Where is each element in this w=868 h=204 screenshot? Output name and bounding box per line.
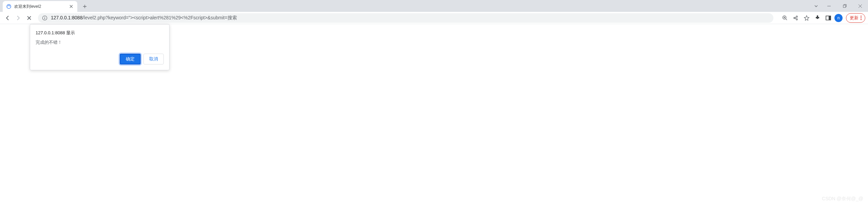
favicon-icon: [6, 4, 12, 9]
share-icon[interactable]: [791, 13, 801, 23]
svg-point-8: [796, 19, 797, 20]
tab-strip: 欢迎来到level2: [0, 0, 868, 12]
tab-search-icon[interactable]: [811, 1, 821, 11]
extensions-icon[interactable]: [813, 13, 822, 23]
javascript-alert-dialog: 127.0.0.1:8088 显示 完成的不错！ 确定 取消: [30, 24, 170, 70]
menu-icon: [861, 16, 862, 20]
new-tab-button[interactable]: [80, 2, 90, 11]
tab-title: 欢迎来到level2: [14, 4, 66, 10]
browser-toolbar: 127.0.0.1:8088/level2.php?keyword="><scr…: [0, 12, 868, 24]
stop-button[interactable]: [24, 13, 34, 23]
profile-avatar[interactable]: n: [834, 14, 843, 22]
side-panel-icon[interactable]: [824, 13, 833, 23]
svg-point-6: [796, 16, 797, 17]
dialog-title: 127.0.0.1:8088 显示: [36, 30, 164, 36]
svg-rect-4: [44, 18, 45, 19]
address-bar[interactable]: 127.0.0.1:8088/level2.php?keyword="><scr…: [38, 13, 773, 23]
svg-rect-1: [843, 5, 846, 7]
close-tab-icon[interactable]: [68, 4, 74, 9]
toolbar-actions: n 更新: [780, 13, 865, 23]
dialog-actions: 确定 取消: [36, 54, 164, 64]
page-content: 127.0.0.1:8088 显示 完成的不错！ 确定 取消: [0, 24, 868, 204]
cancel-button[interactable]: 取消: [143, 54, 164, 64]
close-window-button[interactable]: [852, 1, 868, 11]
bookmark-icon[interactable]: [802, 13, 811, 23]
url-text: 127.0.0.1:8088/level2.php?keyword="><scr…: [51, 15, 237, 21]
back-button[interactable]: [3, 13, 12, 23]
svg-point-3: [44, 17, 45, 17]
dialog-message: 完成的不错！: [36, 39, 164, 45]
site-info-icon[interactable]: [42, 15, 47, 21]
minimize-button[interactable]: [821, 1, 837, 11]
maximize-button[interactable]: [837, 1, 852, 11]
zoom-icon[interactable]: [780, 13, 790, 23]
svg-point-0: [7, 4, 11, 8]
svg-rect-10: [829, 16, 831, 20]
watermark: CSDN @奈何@_@: [822, 196, 863, 202]
ok-button[interactable]: 确定: [120, 54, 141, 64]
browser-tab[interactable]: 欢迎来到level2: [3, 1, 77, 12]
forward-button[interactable]: [14, 13, 23, 23]
window-controls: [811, 0, 868, 12]
update-button[interactable]: 更新: [846, 13, 865, 23]
